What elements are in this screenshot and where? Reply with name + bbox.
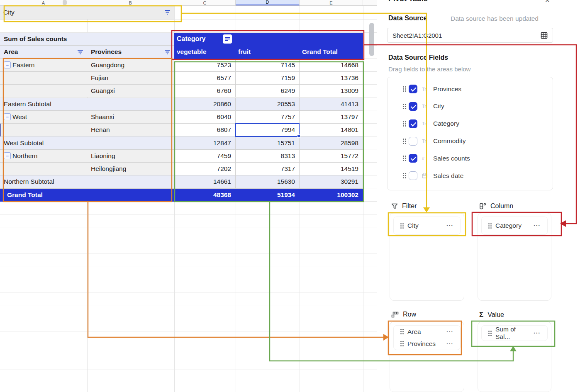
- cell-value[interactable]: 13797: [300, 111, 363, 124]
- drag-handle-icon[interactable]: [403, 104, 404, 105]
- cell-province-label[interactable]: Liaoning: [87, 150, 174, 163]
- cell-subtotal-value[interactable]: 20860: [174, 98, 236, 111]
- cell-province-label[interactable]: Shaanxi: [87, 111, 174, 124]
- cell-value[interactable]: 7202: [174, 163, 236, 175]
- active-cell-selection[interactable]: [235, 123, 300, 137]
- cell-grand-total-value[interactable]: 100302: [300, 189, 363, 202]
- chip-more-icon[interactable]: ···: [446, 341, 453, 347]
- cell-column-label-vegetable[interactable]: vegetable: [174, 46, 236, 58]
- collapse-icon[interactable]: −: [4, 61, 11, 68]
- data-source-range-input[interactable]: Sheet2!A1:G2001: [387, 28, 553, 43]
- chip-more-icon[interactable]: ···: [446, 222, 453, 229]
- cell-subtotal-value[interactable]: 15751: [236, 136, 300, 149]
- column-header-d-selected[interactable]: D: [236, 0, 300, 5]
- column-header-e[interactable]: E: [300, 0, 363, 5]
- cell-subtotal-value[interactable]: 28598: [300, 136, 363, 149]
- checkbox-checked[interactable]: [409, 85, 417, 93]
- cell-subtotal-label[interactable]: Northern Subtotal: [0, 175, 87, 188]
- cell-page-filter-label[interactable]: City: [0, 5, 87, 19]
- cell-subtotal-value[interactable]: 20553: [236, 98, 300, 111]
- cell-value[interactable]: 6040: [174, 111, 236, 124]
- cell-grand-total-value[interactable]: 48368: [174, 189, 236, 202]
- filter-dropzone[interactable]: City ···: [390, 213, 464, 301]
- collapse-icon[interactable]: −: [4, 152, 11, 159]
- cell-province-label[interactable]: Heilongjiang: [87, 163, 174, 175]
- cell-empty[interactable]: [87, 136, 174, 149]
- cell-province-label[interactable]: Guangxi: [87, 85, 174, 97]
- select-range-icon[interactable]: [541, 32, 548, 39]
- cell-pivot-value-title[interactable]: Sum of Sales counts: [0, 33, 87, 46]
- field-item-city[interactable]: Tr City: [388, 98, 553, 115]
- cell-column-label-grand-total[interactable]: Grand Total: [300, 46, 363, 58]
- cell-value[interactable]: 6577: [174, 72, 236, 85]
- cell-area-field-header[interactable]: Area: [0, 46, 87, 58]
- cell-provinces-field-header[interactable]: Provinces: [87, 46, 174, 58]
- cell-area-label[interactable]: [0, 163, 87, 175]
- field-item-sales-date[interactable]: Sales date: [388, 167, 553, 185]
- column-dropzone[interactable]: Category ···: [478, 213, 551, 301]
- cell-subtotal-label[interactable]: West Subtotal: [0, 136, 87, 149]
- drag-handle-icon[interactable]: [403, 173, 404, 174]
- drag-handle-icon[interactable]: [403, 156, 404, 157]
- cell-grand-total-value[interactable]: 51934: [236, 189, 300, 202]
- drag-handle-icon[interactable]: [403, 86, 404, 88]
- checkbox-checked[interactable]: [409, 102, 417, 111]
- chip-more-icon[interactable]: ···: [446, 329, 453, 335]
- cell-value[interactable]: 8313: [236, 150, 300, 163]
- checkbox-checked[interactable]: [409, 119, 417, 128]
- drag-handle-icon[interactable]: [400, 223, 402, 224]
- cell-category-field-header[interactable]: Category: [174, 33, 363, 46]
- cell-value[interactable]: 7145: [236, 59, 300, 72]
- value-dropzone[interactable]: Sum of Sal... ···: [478, 321, 551, 392]
- row-chip-provinces[interactable]: Provinces ···: [394, 338, 460, 350]
- field-item-sales-counts[interactable]: # Sales counts: [388, 150, 553, 167]
- collapse-icon[interactable]: −: [4, 113, 11, 120]
- drag-handle-icon[interactable]: [488, 223, 490, 224]
- cell-empty[interactable]: [87, 175, 174, 188]
- column-chip-category[interactable]: Category ···: [482, 217, 547, 234]
- column-header-c[interactable]: C: [174, 0, 236, 5]
- drag-handle-icon[interactable]: [400, 341, 402, 342]
- cell-grand-total-label[interactable]: Grand Total: [0, 189, 87, 202]
- cell-value[interactable]: 7757: [236, 111, 300, 124]
- filter-dropdown-icon[interactable]: [164, 10, 171, 15]
- cell-value[interactable]: 6807: [174, 124, 236, 136]
- cell-province-label[interactable]: Henan: [87, 124, 174, 136]
- close-icon[interactable]: ✕: [545, 0, 555, 3]
- area-filter-icon[interactable]: [77, 49, 84, 55]
- cell-subtotal-value[interactable]: 14661: [174, 175, 236, 188]
- cell-subtotal-value[interactable]: 41413: [300, 98, 363, 111]
- spreadsheet-grid[interactable]: A B C D E City Sum of Sales counts Categ…: [0, 0, 377, 392]
- column-header-b[interactable]: B: [87, 0, 174, 5]
- cell-value[interactable]: 6760: [174, 85, 236, 97]
- sheet-vertical-scrollbar[interactable]: [369, 23, 374, 56]
- cell-empty[interactable]: [87, 189, 174, 202]
- field-item-provinces[interactable]: Tr Provinces: [388, 80, 553, 98]
- field-item-area[interactable]: Tr Area: [388, 77, 553, 80]
- chip-more-icon[interactable]: ···: [534, 330, 541, 336]
- cell-page-filter-dropdown[interactable]: [87, 5, 174, 19]
- checkbox-checked[interactable]: [409, 154, 417, 163]
- cell-area-label[interactable]: [0, 72, 87, 85]
- cell-area-label[interactable]: −Eastern: [0, 59, 87, 72]
- cell-subtotal-value[interactable]: 12847: [174, 136, 236, 149]
- column-header-a[interactable]: A: [0, 0, 87, 5]
- drag-handle-icon[interactable]: [400, 329, 402, 330]
- checkbox-unchecked[interactable]: [409, 137, 417, 146]
- cell-area-label[interactable]: −West: [0, 111, 87, 124]
- cell-value[interactable]: 15772: [300, 150, 363, 163]
- category-filter-button[interactable]: [223, 34, 232, 44]
- cell-value[interactable]: 13009: [300, 85, 363, 97]
- cell-value[interactable]: 7317: [236, 163, 300, 175]
- cell-empty[interactable]: [87, 33, 174, 46]
- cell-empty[interactable]: [87, 98, 174, 111]
- drag-handle-icon[interactable]: [403, 139, 404, 140]
- checkbox-unchecked[interactable]: [409, 171, 417, 180]
- cell-value[interactable]: 14668: [300, 59, 363, 72]
- cell-province-label[interactable]: Fujian: [87, 72, 174, 85]
- cell-subtotal-value[interactable]: 15630: [236, 175, 300, 188]
- cell-subtotal-value[interactable]: 30291: [300, 175, 363, 188]
- cell-value[interactable]: 7159: [236, 72, 300, 85]
- cell-province-label[interactable]: Guangdong: [87, 59, 174, 72]
- field-item-commodity[interactable]: Tr Commodity: [388, 132, 553, 150]
